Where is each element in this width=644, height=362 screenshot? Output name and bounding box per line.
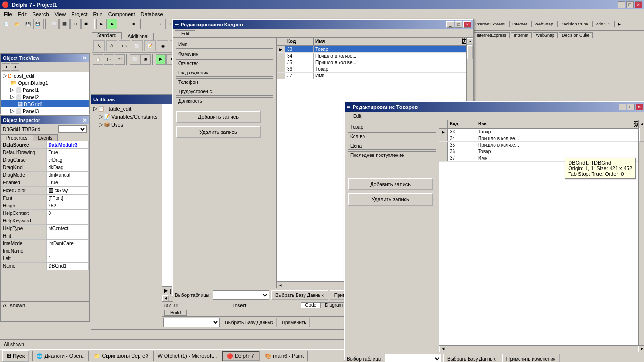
delete-record-btn-kadrov[interactable]: Удалить запись	[176, 126, 261, 138]
tab-internetexpress-1[interactable]: InternetExpress	[472, 21, 508, 27]
tovary-row-35[interactable]: 35 Пришло в кол-ве...	[439, 142, 644, 148]
prop-val-imemode[interactable]: imDontCare	[47, 240, 89, 247]
code-tree-item-vars[interactable]: ▷ 📝 Variables/Constants	[92, 113, 161, 121]
taskbar-item-paint[interactable]: 🎨 main6 - Paint	[261, 351, 308, 361]
prop-val-defaultdrawing[interactable]: True	[47, 149, 89, 156]
prop-val-name[interactable]: DBGrid1	[47, 263, 89, 270]
tab-websnap-1[interactable]: WebSnap	[531, 21, 556, 27]
run-btn2[interactable]: ▶	[156, 54, 166, 65]
btn-run[interactable]: ▶	[107, 19, 117, 29]
btn-dbg1[interactable]: ↕	[144, 19, 154, 29]
menu-component[interactable]: Component	[106, 10, 138, 18]
prop-val-dragmode[interactable]: dmManual	[47, 172, 89, 179]
taskbar-item-delphi[interactable]: 🔴 Delphi 7	[222, 351, 260, 361]
prop-val-helpcontext[interactable]: 0	[47, 210, 89, 217]
tab-decisioncube-2[interactable]: Decision Cube	[559, 32, 593, 38]
menu-view[interactable]: View	[52, 10, 69, 18]
tab-decisioncube-1[interactable]: Decision Cube	[557, 21, 592, 27]
object-selector[interactable]	[58, 125, 87, 133]
add-record-btn-tovary[interactable]: Добавить запись	[348, 178, 433, 190]
kadrov-tab-edit[interactable]: Edit	[175, 30, 195, 37]
tovary-titlebar[interactable]: ✏ Редактирование Товаров _ □ ✕	[345, 102, 644, 112]
btn-new[interactable]: 📄	[1, 19, 11, 29]
prop-val-dragcursor[interactable]: crDrag	[47, 156, 89, 164]
tovary-close[interactable]: ✕	[636, 104, 643, 110]
delete-record-btn-tovary[interactable]: Удалить запись	[348, 193, 433, 206]
btn-t1[interactable]: ⬜	[49, 19, 59, 29]
hscroll-left-kadrov[interactable]: ◀	[277, 282, 283, 288]
prop-val-datasource[interactable]: DataModule3	[47, 141, 89, 149]
tovary-max[interactable]: □	[627, 104, 635, 110]
grid-row-34[interactable]: 34 Пришло в кол-ве...	[277, 53, 473, 59]
palette-comp-5[interactable]: ◉	[157, 40, 168, 51]
select-db-btn[interactable]: Выбрать Базу Данных	[222, 318, 277, 327]
prop-val-helpkeyword[interactable]	[47, 217, 89, 225]
btn-save[interactable]: 💾	[23, 19, 33, 29]
grid-row-36[interactable]: 36 Товар	[277, 66, 473, 73]
tab-internetexpress-2[interactable]: InternetExpress	[473, 32, 510, 38]
code-btn[interactable]: { }	[104, 54, 114, 65]
palette-tab-standard[interactable]: Standard	[92, 32, 122, 40]
prop-val-hint[interactable]	[47, 232, 89, 240]
prop-val-imename[interactable]	[47, 247, 89, 255]
table-select-kadrov[interactable]	[213, 290, 269, 300]
prop-val-helptype[interactable]: htContext	[47, 225, 89, 232]
prop-val-font[interactable]: [TFont]	[47, 195, 89, 202]
tree-item-panel3[interactable]: ▷ ⬜ Panel3	[1, 107, 89, 115]
btn-t4[interactable]: ▣	[81, 19, 91, 29]
tab-internet-1[interactable]: Internet	[509, 21, 530, 27]
tree-item-panel2[interactable]: ▷ ⬜ Panel2	[1, 93, 89, 100]
btn-open[interactable]: 📂	[12, 19, 22, 29]
tab-events[interactable]: Events	[33, 134, 58, 141]
kadrov-max[interactable]: □	[455, 21, 462, 28]
btn-t2[interactable]: ⬛	[59, 19, 70, 29]
treeview-close[interactable]: ✕	[83, 55, 87, 61]
hscroll-right-tovary[interactable]: ▶	[638, 346, 644, 352]
tovary-min[interactable]: _	[619, 104, 626, 110]
tab-internet-2[interactable]: Internet	[511, 32, 532, 38]
taskbar-item-word[interactable]: W Otchet (1) - Microsoft...	[153, 351, 221, 361]
tab-more-1[interactable]: ▶	[614, 21, 624, 27]
menu-edit[interactable]: Edit	[15, 10, 30, 18]
minimize-btn[interactable]: _	[618, 1, 625, 8]
tovary-row-34[interactable]: 34 Пришло в кол-ве...	[439, 135, 644, 142]
tree-item-cost-edit[interactable]: ▷ 🗋 cost_edit	[1, 72, 89, 79]
prop-val-fixedcolor[interactable]: clGray	[47, 187, 88, 194]
toggle-btn1[interactable]: ⬜	[130, 54, 140, 65]
select-db-btn-tovary[interactable]: Выбрать Базу Данных	[443, 354, 500, 362]
prop-val-enabled[interactable]: True	[47, 179, 89, 187]
btn-dbg2[interactable]: →	[155, 19, 165, 29]
menu-file[interactable]: File	[1, 10, 15, 18]
start-button[interactable]: ⊞ Пуск	[2, 350, 29, 362]
tovary-tab-edit[interactable]: Edit	[347, 113, 367, 120]
menu-project[interactable]: Project	[68, 10, 90, 18]
history-btn[interactable]: ↶	[115, 54, 125, 65]
palette-tab-additional[interactable]: Additional	[123, 33, 154, 40]
tab-diagram[interactable]: Diagram	[321, 302, 347, 308]
tree-item-dbgrid1[interactable]: ▦ DBGrid1	[1, 100, 89, 107]
table-select[interactable]	[163, 318, 220, 327]
taskbar-item-folder[interactable]: 📁 Скриншоты Сергей	[90, 351, 152, 361]
select-db-btn-kadrov[interactable]: Выбрать Базу Данных	[271, 290, 328, 300]
menu-search[interactable]: Search	[30, 10, 52, 18]
btn-compile[interactable]: ▶	[96, 19, 107, 29]
tovary-row-36[interactable]: 36 Товар	[439, 148, 644, 155]
menu-run[interactable]: Run	[90, 10, 105, 18]
prop-val-height[interactable]: 452	[47, 202, 89, 210]
close-btn[interactable]: ✕	[635, 1, 642, 8]
grid-row-35[interactable]: 35 Пришло в кол-ве...	[277, 59, 473, 66]
apply-btn-tovary[interactable]: Применить изменения	[502, 354, 560, 362]
taskbar-item-opera[interactable]: 🌐 Диалоги - Opera	[32, 351, 89, 361]
kadrov-min[interactable]: _	[446, 21, 454, 28]
grid-row-33[interactable]: ▶ 33 Товар	[277, 46, 473, 53]
palette-comp-2[interactable]: OK	[119, 40, 130, 51]
apply-btn[interactable]: Применить	[279, 318, 310, 327]
prop-val-dragkind[interactable]: dkDrag	[47, 164, 89, 172]
prop-val-left[interactable]: 1	[47, 255, 89, 263]
tree-item-opendialog[interactable]: 📂 OpenDialog1	[1, 79, 89, 86]
tab-win31-1[interactable]: Win 3.1	[592, 21, 613, 27]
vscroll-up-tovary[interactable]: ▲	[639, 121, 644, 127]
form-btn[interactable]: 📋	[93, 54, 103, 65]
code-tree-item-table[interactable]: ▷ 📋 Ttable_edit	[92, 105, 161, 113]
kadrov-close[interactable]: ✕	[463, 21, 471, 28]
